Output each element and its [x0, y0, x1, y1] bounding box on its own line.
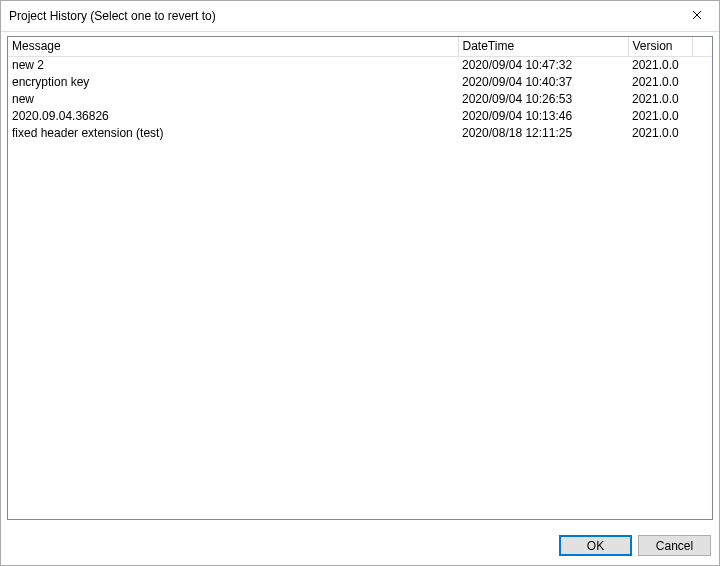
cell-version: 2021.0.0: [628, 125, 692, 142]
col-header-message[interactable]: Message: [8, 37, 458, 57]
table-row[interactable]: new 2020/09/04 10:26:53 2021.0.0: [8, 91, 712, 108]
history-list[interactable]: Message DateTime Version new 2 2020/09/0…: [7, 36, 713, 520]
col-header-datetime[interactable]: DateTime: [458, 37, 628, 57]
cell-datetime: 2020/09/04 10:47:32: [458, 57, 628, 74]
col-header-spacer: [692, 37, 712, 57]
cell-version: 2021.0.0: [628, 57, 692, 74]
content-area: Message DateTime Version new 2 2020/09/0…: [1, 32, 719, 526]
cell-message: fixed header extension (test): [8, 125, 458, 142]
close-button[interactable]: [674, 1, 719, 31]
cell-message: new 2: [8, 57, 458, 74]
header-row: Message DateTime Version: [8, 37, 712, 57]
cell-datetime: 2020/09/04 10:13:46: [458, 108, 628, 125]
cell-datetime: 2020/09/04 10:40:37: [458, 74, 628, 91]
table-row[interactable]: encryption key 2020/09/04 10:40:37 2021.…: [8, 74, 712, 91]
col-header-version[interactable]: Version: [628, 37, 692, 57]
ok-button[interactable]: OK: [559, 535, 632, 556]
table-row[interactable]: new 2 2020/09/04 10:47:32 2021.0.0: [8, 57, 712, 74]
cancel-button[interactable]: Cancel: [638, 535, 711, 556]
cell-message: new: [8, 91, 458, 108]
table-row[interactable]: fixed header extension (test) 2020/08/18…: [8, 125, 712, 142]
window-title: Project History (Select one to revert to…: [1, 9, 674, 23]
cell-message: 2020.09.04.36826: [8, 108, 458, 125]
cell-version: 2021.0.0: [628, 91, 692, 108]
titlebar: Project History (Select one to revert to…: [1, 1, 719, 32]
cell-version: 2021.0.0: [628, 74, 692, 91]
button-row: OK Cancel: [1, 526, 719, 565]
cell-datetime: 2020/08/18 12:11:25: [458, 125, 628, 142]
cell-datetime: 2020/09/04 10:26:53: [458, 91, 628, 108]
table-row[interactable]: 2020.09.04.36826 2020/09/04 10:13:46 202…: [8, 108, 712, 125]
cell-message: encryption key: [8, 74, 458, 91]
dialog-window: Project History (Select one to revert to…: [0, 0, 720, 566]
history-table: Message DateTime Version new 2 2020/09/0…: [8, 37, 712, 142]
close-icon: [692, 9, 702, 23]
cell-version: 2021.0.0: [628, 108, 692, 125]
